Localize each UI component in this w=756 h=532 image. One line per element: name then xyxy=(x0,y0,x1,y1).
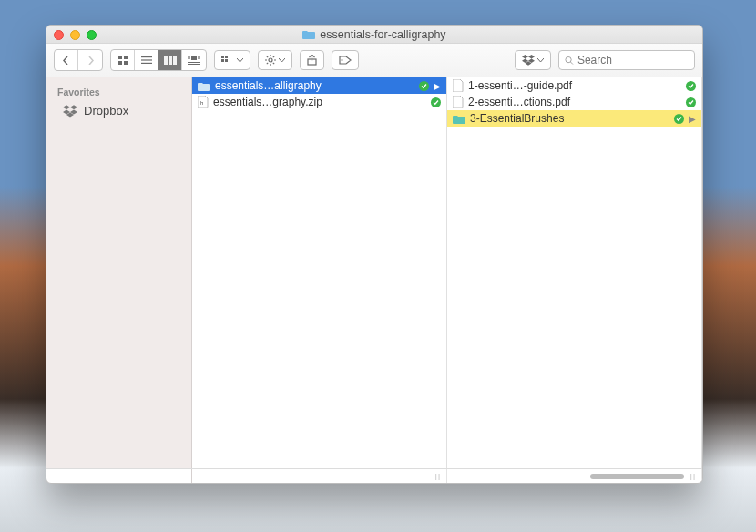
svg-rect-11 xyxy=(188,56,190,59)
tags-button[interactable] xyxy=(332,50,359,70)
sync-status-icon xyxy=(419,81,429,91)
svg-rect-16 xyxy=(225,56,228,58)
svg-rect-17 xyxy=(221,59,224,62)
svg-point-29 xyxy=(342,59,343,61)
svg-line-31 xyxy=(570,62,573,65)
finder-window: essentials-for-calligraphy xyxy=(46,25,703,484)
folder-icon xyxy=(302,29,315,39)
svg-text:h: h xyxy=(200,100,203,106)
file-icon xyxy=(453,79,464,92)
traffic-lights xyxy=(54,30,97,40)
file-icon xyxy=(453,96,464,108)
svg-rect-18 xyxy=(225,59,228,62)
tag-icon xyxy=(339,56,352,65)
svg-rect-2 xyxy=(118,61,122,65)
svg-rect-10 xyxy=(191,56,197,60)
svg-rect-15 xyxy=(221,56,224,58)
svg-rect-9 xyxy=(173,56,177,65)
sidebar: Favorites Dropbox xyxy=(46,77,192,468)
minimize-button[interactable] xyxy=(70,30,80,40)
file-row[interactable]: 1-essenti…-guide.pdf xyxy=(447,77,701,94)
share-icon xyxy=(307,55,317,66)
column-view-button[interactable] xyxy=(158,50,182,70)
svg-rect-4 xyxy=(141,56,152,57)
file-icon: h xyxy=(198,96,209,108)
svg-line-25 xyxy=(273,63,274,64)
zoom-button[interactable] xyxy=(87,30,97,40)
nav-buttons xyxy=(54,49,103,71)
svg-rect-7 xyxy=(164,56,168,65)
gear-icon xyxy=(265,55,276,66)
sync-status-icon xyxy=(431,97,441,107)
icon-view-button[interactable] xyxy=(111,50,135,70)
file-name: essentials…graphy.zip xyxy=(213,96,426,108)
svg-rect-12 xyxy=(198,56,200,59)
chevron-down-icon xyxy=(279,58,285,63)
svg-rect-0 xyxy=(118,56,122,59)
svg-rect-1 xyxy=(124,56,128,59)
sync-status-icon xyxy=(686,97,696,107)
svg-rect-3 xyxy=(124,61,128,65)
chevron-right-icon: ▶ xyxy=(689,114,696,124)
chevron-down-icon xyxy=(537,58,544,63)
sync-status-icon xyxy=(674,114,684,124)
sidebar-item-dropbox[interactable]: Dropbox xyxy=(46,101,191,120)
column-0[interactable]: essentials…alligraphy ▶ h essentials…gra… xyxy=(192,77,447,468)
chevron-down-icon xyxy=(237,58,243,63)
toolbar xyxy=(46,44,702,77)
search-icon xyxy=(565,56,574,66)
column-1[interactable]: 1-essenti…-guide.pdf 2-essenti…ctions.pd… xyxy=(447,77,702,468)
window-title: essentials-for-calligraphy xyxy=(46,28,702,41)
coverflow-view-button[interactable] xyxy=(182,50,206,70)
folder-icon xyxy=(453,114,465,124)
dropbox-icon xyxy=(63,105,77,118)
action-button[interactable] xyxy=(258,50,292,70)
sidebar-item-label: Dropbox xyxy=(84,104,128,118)
column-browser: essentials…alligraphy ▶ h essentials…gra… xyxy=(192,77,702,468)
svg-line-24 xyxy=(267,56,268,57)
search-field[interactable] xyxy=(558,50,695,70)
dropbox-icon xyxy=(522,55,535,66)
close-button[interactable] xyxy=(54,30,64,40)
svg-rect-14 xyxy=(188,64,200,65)
sync-status-icon xyxy=(686,81,696,91)
folder-icon xyxy=(198,81,210,91)
svg-rect-6 xyxy=(141,63,152,64)
file-row[interactable]: essentials…alligraphy ▶ xyxy=(192,77,446,94)
titlebar[interactable]: essentials-for-calligraphy xyxy=(46,26,702,44)
svg-point-30 xyxy=(566,56,571,62)
share-button[interactable] xyxy=(300,50,324,70)
forward-button[interactable] xyxy=(78,50,102,70)
file-row[interactable]: 3-EssentialBrushes ▶ xyxy=(447,110,701,127)
window-title-text: essentials-for-calligraphy xyxy=(320,28,445,41)
arrange-icon xyxy=(221,56,234,65)
file-row[interactable]: h essentials…graphy.zip xyxy=(192,94,446,110)
desktop-background: essentials-for-calligraphy xyxy=(0,0,756,532)
svg-line-26 xyxy=(273,56,274,57)
svg-rect-8 xyxy=(169,56,172,65)
sidebar-header-favorites: Favorites xyxy=(46,83,191,101)
svg-point-19 xyxy=(269,58,272,62)
file-row[interactable]: 2-essenti…ctions.pdf xyxy=(447,94,701,110)
list-view-button[interactable] xyxy=(135,50,158,70)
file-name: essentials…alligraphy xyxy=(215,79,414,92)
view-mode-buttons xyxy=(110,49,207,71)
content-area: Favorites Dropbox essentials…alligraphy … xyxy=(46,77,702,468)
svg-line-27 xyxy=(267,63,268,64)
search-input[interactable] xyxy=(577,54,689,66)
scrollbar-thumb[interactable] xyxy=(590,474,684,479)
svg-rect-13 xyxy=(188,62,200,63)
dropbox-button[interactable] xyxy=(515,50,551,70)
file-name: 1-essenti…-guide.pdf xyxy=(468,79,681,92)
file-name: 3-EssentialBrushes xyxy=(470,112,669,125)
file-name: 2-essenti…ctions.pdf xyxy=(468,96,681,108)
arrange-button[interactable] xyxy=(214,50,250,70)
back-button[interactable] xyxy=(55,50,78,70)
svg-rect-5 xyxy=(141,59,152,60)
horizontal-scrollbar[interactable] xyxy=(46,470,702,483)
chevron-right-icon: ▶ xyxy=(434,81,441,91)
